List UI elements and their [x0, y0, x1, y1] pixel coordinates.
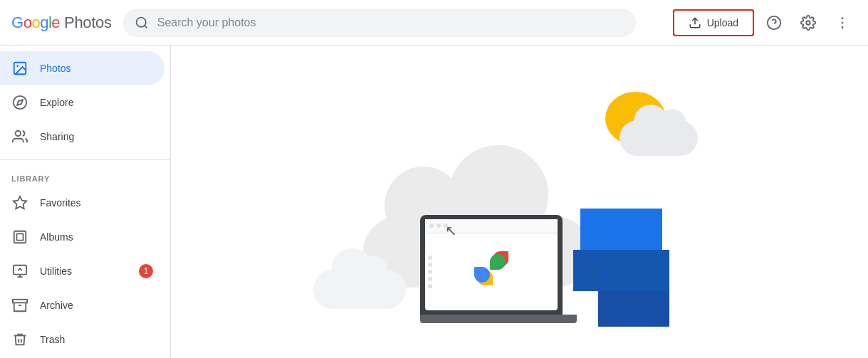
svg-point-5: [806, 21, 810, 25]
main-illustration-area: ↖ ☞: [171, 46, 868, 358]
trash-label: Trash: [40, 334, 65, 345]
archive-label: Archive: [40, 300, 73, 311]
svg-line-1: [145, 25, 147, 28]
laptop: [420, 215, 577, 323]
sd1: [428, 256, 432, 260]
svg-rect-16: [16, 233, 23, 240]
svg-point-11: [14, 96, 26, 109]
svg-point-13: [16, 131, 21, 136]
screen-dot-1: [429, 223, 434, 228]
laptop-screen: [420, 215, 563, 315]
main-content: Photos Explore Sharing LIBRARY Favorites: [0, 46, 868, 358]
svg-point-7: [842, 21, 844, 23]
sidebar: Photos Explore Sharing LIBRARY Favorites: [0, 46, 171, 358]
pinwheel-logo: [474, 251, 508, 285]
utilities-badge: 1: [139, 264, 153, 278]
svg-rect-15: [14, 231, 26, 243]
upload-label: Upload: [707, 17, 738, 28]
svg-marker-12: [17, 100, 23, 105]
sidebar-item-utilities[interactable]: Utilities 1: [0, 254, 164, 288]
more-vertical-icon: [835, 15, 850, 31]
cloud-small: [313, 270, 406, 309]
help-button[interactable]: [760, 9, 788, 37]
sidebar-item-favorites[interactable]: Favorites: [0, 186, 164, 220]
gear-icon: [800, 15, 816, 31]
petal-blue: [474, 267, 490, 283]
sd5: [428, 284, 432, 288]
library-section-label: LIBRARY: [0, 166, 170, 186]
star-icon: [11, 195, 28, 211]
people-icon: [11, 129, 28, 144]
sd3: [428, 270, 432, 274]
pinwheel: [474, 251, 508, 285]
petal-green: [490, 254, 506, 270]
search-placeholder: Search your photos: [157, 16, 256, 29]
blue-box-bot: [598, 291, 669, 327]
image-icon: [11, 60, 28, 76]
screen-dot-3: [444, 223, 448, 228]
sidebar-item-archive[interactable]: Archive: [0, 288, 164, 322]
trash-icon: [11, 332, 28, 347]
sidebar-item-explore[interactable]: Explore: [0, 85, 164, 120]
cloud-right: [619, 120, 698, 156]
archive-icon: [11, 298, 28, 313]
svg-point-0: [136, 17, 145, 26]
screen-dots-left: [428, 241, 432, 303]
albums-label: Albums: [40, 231, 73, 243]
upload-button[interactable]: Upload: [673, 9, 754, 36]
upload-icon: [689, 16, 701, 29]
sidebar-item-trash[interactable]: Trash: [0, 322, 164, 357]
more-options-button[interactable]: [828, 9, 857, 37]
settings-button[interactable]: [794, 9, 822, 37]
screen-dot-2: [436, 223, 441, 228]
search-icon: [135, 16, 149, 30]
laptop-screen-inner: [425, 219, 558, 310]
explore-label: Explore: [40, 97, 73, 108]
svg-point-10: [16, 65, 19, 67]
laptop-base: [420, 315, 577, 323]
sd2: [428, 263, 432, 267]
compass-icon: [11, 95, 28, 110]
sharing-label: Sharing: [40, 131, 74, 142]
sidebar-item-albums[interactable]: Albums: [0, 220, 164, 254]
google-wordmark: Google: [11, 14, 60, 32]
svg-marker-14: [14, 196, 26, 209]
favorites-label: Favorites: [40, 197, 81, 209]
blue-boxes: [580, 209, 669, 327]
illustration: ↖ ☞: [306, 53, 733, 352]
sidebar-item-sharing[interactable]: Sharing: [0, 120, 164, 154]
photos-wordmark: Photos: [64, 14, 112, 32]
header-actions: Upload: [673, 9, 857, 37]
header: Google Photos Search your photos Upload: [0, 0, 868, 46]
svg-point-8: [842, 26, 844, 28]
svg-point-6: [842, 17, 844, 19]
help-icon: [766, 15, 782, 31]
utilities-icon: [11, 263, 28, 279]
svg-rect-20: [13, 300, 27, 303]
photos-label: Photos: [40, 63, 71, 74]
sidebar-divider: [0, 159, 170, 160]
sd4: [428, 277, 432, 281]
google-photos-logo[interactable]: Google Photos: [11, 14, 112, 32]
sidebar-item-photos[interactable]: Photos: [0, 51, 164, 85]
blue-box-mid: [573, 250, 669, 291]
svg-rect-17: [14, 265, 26, 275]
blue-box-top: [580, 209, 662, 250]
screen-top-bar: [425, 219, 558, 233]
albums-icon: [11, 229, 28, 245]
utilities-label: Utilities: [40, 265, 72, 277]
search-bar[interactable]: Search your photos: [123, 9, 636, 37]
